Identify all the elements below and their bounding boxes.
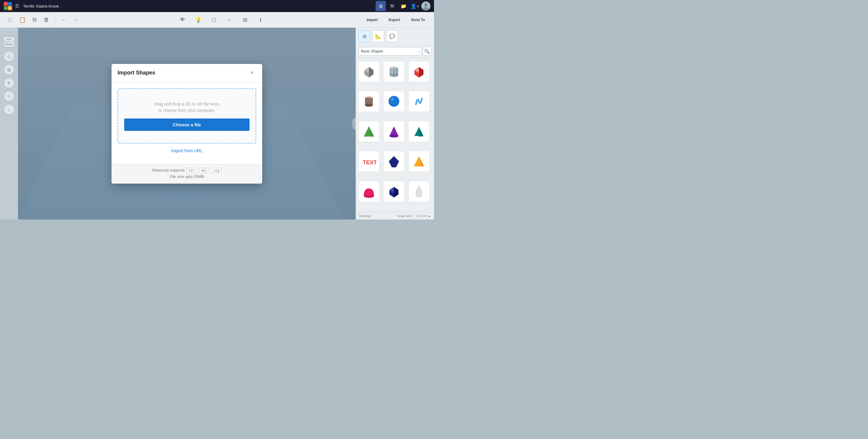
shape-teal-prism[interactable]	[408, 121, 430, 142]
mirror-btn[interactable]: ⫿	[255, 14, 267, 25]
camera-btn[interactable]: 👁	[177, 14, 188, 25]
shapes-dropdown-area: Basic Shapes Featured Letters & Numbers …	[356, 45, 434, 58]
shape-red-text[interactable]: TEXT	[358, 151, 379, 172]
right-panel-footer: Settings Snap Grid 1.0 mm ▲	[356, 212, 434, 220]
fit-btn[interactable]: ↓	[4, 104, 14, 115]
shape-striped-cylinder[interactable]	[383, 61, 404, 82]
svg-marker-28	[369, 67, 373, 78]
shape-green-pyramid[interactable]	[358, 121, 379, 142]
shapes-category-select[interactable]: Basic Shapes Featured Letters & Numbers	[358, 47, 422, 56]
main-area: TOP FRONT ⌂ ◎ + − ↓	[0, 28, 434, 220]
add-user-btn[interactable]: 👤+	[410, 1, 420, 11]
light-btn[interactable]: 💡	[193, 14, 204, 25]
import-shapes-modal: Import Shapes × Drag and drop a 2D or 3D…	[112, 64, 262, 184]
right-panel-header: ⊞ 📐 💬	[356, 28, 434, 45]
svg-marker-50	[389, 156, 399, 167]
file-size-label: File size upto 25MB	[118, 174, 256, 179]
zoom-in-btn[interactable]: +	[4, 78, 14, 88]
shapes-grid: TEXT	[356, 58, 434, 212]
toolbar-separator	[55, 16, 55, 24]
logo-n: N	[4, 6, 8, 10]
choose-file-btn[interactable]: Choose a file	[124, 118, 250, 131]
main-toolbar: □ 📋 ⧉ 🗑 ← → 👁 💡 ⬡ ○ ⊞ ⫿ Import Export Se…	[0, 12, 434, 28]
left-panel: TOP FRONT ⌂ ◎ + − ↓	[0, 28, 18, 220]
panel-comment-btn[interactable]: 💬	[386, 30, 398, 42]
shape-navy-box[interactable]	[383, 181, 404, 202]
cube-top-face: TOP	[3, 36, 15, 42]
shape-brown-cylinder[interactable]	[358, 91, 379, 112]
modal-title: Import Shapes	[118, 70, 155, 76]
logo-t: T	[4, 2, 8, 6]
snap-grid-label: Snap Grid 1.0 mm ▲	[397, 214, 431, 218]
file-drop-zone[interactable]: Drag and drop a 2D or 3D file here, or c…	[118, 88, 256, 144]
shape-textured-cube[interactable]	[358, 61, 379, 82]
shape-blue-sphere[interactable]	[383, 91, 404, 112]
shape-red-box[interactable]	[408, 61, 430, 82]
nav-right-icons: ⊞ ⚒ 📁 👤+	[375, 1, 430, 11]
shape-pink-hemisphere[interactable]	[358, 181, 379, 202]
align-btn[interactable]: ⊞	[240, 14, 251, 25]
delete-btn[interactable]: 🗑	[41, 14, 52, 25]
shape-yellow-pyramid[interactable]	[408, 151, 430, 172]
send-to-btn[interactable]: Send To	[407, 16, 429, 24]
project-title: Terrific Gaaris-Krunk	[23, 4, 375, 8]
toolbar-center-icons: 👁 💡 ⬡ ○ ⊞ ⫿	[82, 14, 361, 25]
top-navbar: T I N K ☰ Terrific Gaaris-Krunk ⊞ ⚒ 📁 👤+	[0, 0, 434, 12]
toolbar-right: Import Export Send To	[362, 16, 429, 24]
modal-footer: Tinkercad supports stl obj svg File size…	[112, 164, 262, 184]
avatar[interactable]	[421, 1, 430, 10]
home-view-btn[interactable]: ⌂	[4, 51, 14, 62]
export-btn[interactable]: Export	[384, 16, 404, 24]
svg-marker-37	[419, 67, 424, 78]
right-panel: › ⊞ 📐 💬 Basic Shapes Featured Letters & …	[355, 28, 434, 220]
circle-btn[interactable]: ○	[224, 14, 235, 25]
import-from-url-link[interactable]: Import from URL	[118, 148, 256, 153]
undo-btn[interactable]: ←	[58, 14, 69, 25]
shape-blue-diamond[interactable]	[383, 151, 404, 172]
shape-purple-cone[interactable]	[383, 121, 404, 142]
import-btn[interactable]: Import	[362, 16, 382, 24]
menu-icon[interactable]: ☰	[15, 3, 19, 9]
format-obj: obj	[199, 168, 209, 173]
svg-point-41	[389, 96, 399, 107]
drop-text-line2: or choose from your computer.	[158, 108, 216, 113]
view-cube: TOP FRONT	[0, 31, 18, 47]
folder-btn[interactable]: 📁	[398, 1, 409, 11]
drop-instructions: Drag and drop a 2D or 3D file here, or c…	[124, 101, 250, 114]
logo-k: K	[8, 6, 12, 10]
duplicate-btn[interactable]: ⧉	[29, 14, 40, 25]
drop-text-line1: Drag and drop a 2D or 3D file here,	[154, 101, 220, 107]
settings-label: Settings	[359, 214, 371, 218]
logo-i: I	[8, 2, 12, 6]
clipboard-btn[interactable]: 📋	[17, 14, 28, 25]
tinkercad-logo: T I N K	[4, 2, 12, 10]
modal-close-btn[interactable]: ×	[248, 69, 256, 77]
shape-blue-squiggle[interactable]	[408, 91, 430, 112]
modal-overlay: Import Shapes × Drag and drop a 2D or 3D…	[18, 28, 355, 220]
svg-point-40	[365, 104, 373, 107]
zoom-out-btn[interactable]: −	[4, 91, 14, 101]
shape-white-drop[interactable]	[408, 181, 430, 202]
redo-btn[interactable]: →	[70, 14, 81, 25]
supports-label: Tinkercad supports	[152, 168, 185, 173]
format-stl: stl	[186, 168, 196, 173]
panel-ruler-btn[interactable]: 📐	[372, 30, 384, 42]
tools-btn[interactable]: ⚒	[387, 1, 397, 11]
panel-grid-btn[interactable]: ⊞	[358, 30, 370, 42]
shapes-search-btn[interactable]: 🔍	[423, 47, 432, 56]
svg-text:TEXT: TEXT	[363, 159, 376, 166]
svg-point-31	[390, 73, 398, 77]
select-btn[interactable]: □	[5, 14, 16, 25]
cube-front-face: FRONT	[3, 42, 15, 47]
footer-supports-text: Tinkercad supports stl obj svg	[118, 168, 256, 173]
focus-btn[interactable]: ◎	[4, 64, 14, 75]
canvas-area[interactable]: Workplane Import Shapes × Drag and drop …	[18, 28, 355, 220]
shape-btn[interactable]: ⬡	[209, 14, 219, 25]
svg-marker-48	[418, 127, 424, 137]
svg-marker-57	[394, 187, 398, 198]
svg-point-1	[424, 3, 428, 7]
grid-view-btn[interactable]: ⊞	[375, 1, 386, 11]
svg-point-46	[390, 135, 398, 138]
modal-header: Import Shapes ×	[112, 64, 262, 82]
modal-body: Drag and drop a 2D or 3D file here, or c…	[112, 82, 262, 164]
